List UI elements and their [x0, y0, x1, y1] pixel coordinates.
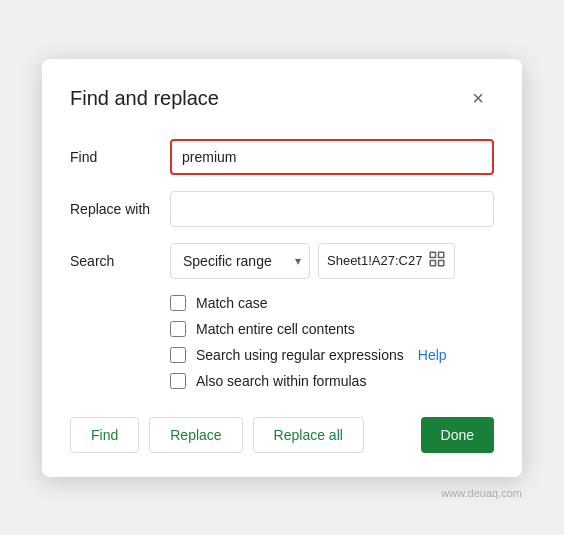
search-controls: Specific range ▾ Sheet1!A27:C27 [170, 243, 455, 279]
match-entire-checkbox[interactable] [170, 321, 186, 337]
replace-with-row: Replace with [70, 191, 494, 227]
find-input[interactable] [170, 139, 494, 175]
range-value: Sheet1!A27:C27 [327, 253, 422, 268]
done-button[interactable]: Done [421, 417, 494, 453]
match-entire-label: Match entire cell contents [196, 321, 355, 337]
range-box: Sheet1!A27:C27 [318, 243, 455, 279]
watermark: www.deuaq.com [441, 487, 522, 499]
dialog-header: Find and replace × [70, 83, 494, 115]
find-replace-dialog: Find and replace × Find Replace with Sea… [42, 59, 522, 477]
search-label: Search [70, 253, 170, 269]
grid-select-icon[interactable] [428, 250, 446, 272]
match-case-row[interactable]: Match case [170, 295, 494, 311]
svg-rect-2 [431, 260, 436, 265]
regex-label-row[interactable]: Search using regular expressions [170, 347, 404, 363]
find-button[interactable]: Find [70, 417, 139, 453]
replace-all-button[interactable]: Replace all [253, 417, 364, 453]
chevron-down-icon: ▾ [295, 254, 301, 268]
formulas-checkbox[interactable] [170, 373, 186, 389]
dialog-footer: Find Replace Replace all Done [70, 417, 494, 453]
close-button[interactable]: × [462, 83, 494, 115]
regex-label: Search using regular expressions [196, 347, 404, 363]
regex-checkbox[interactable] [170, 347, 186, 363]
find-row: Find [70, 139, 494, 175]
regex-row: Search using regular expressions Help [170, 347, 494, 363]
replace-with-label: Replace with [70, 201, 170, 217]
checkboxes-section: Match case Match entire cell contents Se… [170, 295, 494, 389]
match-case-label: Match case [196, 295, 268, 311]
find-label: Find [70, 149, 170, 165]
replace-button[interactable]: Replace [149, 417, 242, 453]
formulas-row[interactable]: Also search within formulas [170, 373, 494, 389]
match-case-checkbox[interactable] [170, 295, 186, 311]
svg-rect-1 [439, 252, 444, 257]
svg-rect-0 [431, 252, 436, 257]
formulas-label: Also search within formulas [196, 373, 366, 389]
dropdown-selected-value: Specific range [183, 253, 289, 269]
regex-help-link[interactable]: Help [418, 347, 447, 363]
svg-rect-3 [439, 260, 444, 265]
dialog-title: Find and replace [70, 87, 219, 110]
search-row: Search Specific range ▾ Sheet1!A27:C27 [70, 243, 494, 279]
replace-with-input[interactable] [170, 191, 494, 227]
match-entire-row[interactable]: Match entire cell contents [170, 321, 494, 337]
search-dropdown[interactable]: Specific range ▾ [170, 243, 310, 279]
